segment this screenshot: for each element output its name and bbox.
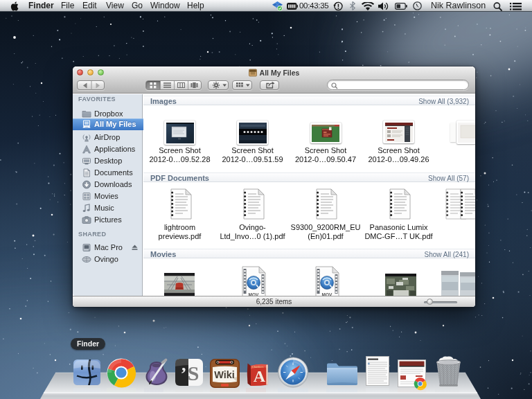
- svg-text:A: A: [254, 367, 266, 385]
- svg-text:Wiki: Wiki: [214, 369, 235, 380]
- svg-text:’: ’: [181, 364, 187, 384]
